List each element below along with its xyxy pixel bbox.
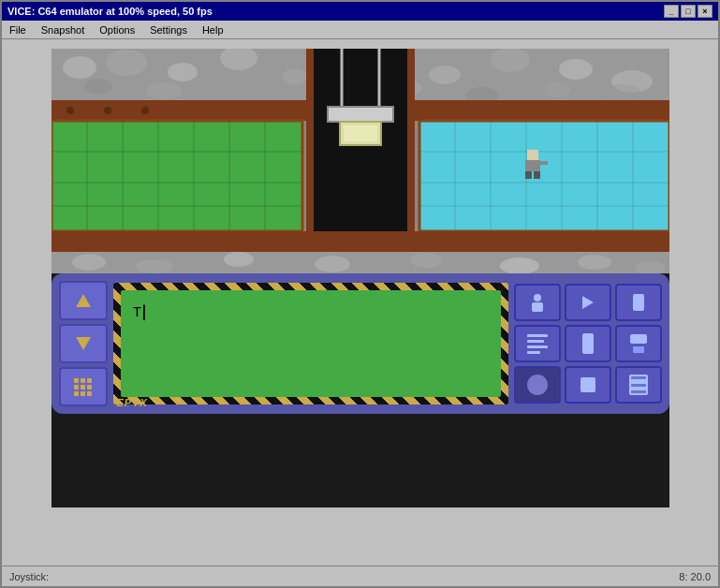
svg-rect-51	[527, 150, 538, 160]
menu-snapshot[interactable]: Snapshot	[37, 23, 88, 37]
svg-point-16	[544, 82, 570, 97]
ui-panel: T	[51, 273, 669, 414]
minimize-button[interactable]: _	[664, 5, 679, 18]
svg-point-60	[224, 252, 254, 267]
svg-point-63	[500, 257, 539, 273]
inventory-icon	[633, 294, 644, 311]
game-screen: T	[51, 49, 669, 507]
svg-point-7	[429, 66, 461, 84]
svg-point-17	[604, 84, 641, 103]
r-btn-square[interactable]	[565, 366, 611, 404]
svg-point-4	[220, 49, 257, 70]
svg-point-64	[578, 255, 611, 270]
svg-rect-49	[340, 122, 381, 145]
window-title: VICE: C64 emulator at 100% speed, 50 fps	[7, 6, 213, 17]
svg-point-11	[84, 79, 112, 94]
action-up-button[interactable]	[59, 281, 108, 320]
title-bar: VICE: C64 emulator at 100% speed, 50 fps…	[2, 2, 718, 21]
svg-point-65	[636, 261, 666, 273]
svg-point-8	[491, 49, 530, 72]
svg-rect-53	[525, 171, 532, 179]
svg-rect-56	[51, 231, 669, 252]
svg-point-1	[63, 56, 96, 79]
svg-point-14	[392, 81, 422, 96]
content-area: T	[2, 39, 718, 566]
r-btn-item2[interactable]	[565, 325, 611, 362]
svg-point-2	[106, 50, 147, 76]
svg-rect-67	[142, 304, 144, 320]
svg-rect-48	[328, 107, 393, 122]
svg-point-6	[352, 55, 388, 76]
svg-rect-0	[51, 49, 669, 103]
down-arrow-icon	[76, 337, 91, 350]
svg-rect-44	[306, 49, 415, 273]
r-btn-play[interactable]	[565, 284, 611, 321]
epyx-logo: EPYX	[117, 397, 148, 408]
menu-bar: File Snapshot Options Settings Help	[2, 21, 718, 39]
svg-point-10	[611, 70, 653, 93]
maximize-button[interactable]: □	[681, 5, 696, 18]
svg-rect-54	[534, 171, 540, 179]
svg-rect-18	[51, 100, 669, 121]
square-icon	[580, 377, 595, 392]
up-arrow-icon	[76, 294, 91, 307]
status-bar: Joystick: 8: 20.0	[2, 566, 718, 586]
play-icon	[582, 296, 594, 309]
item3-icon	[630, 334, 647, 353]
list-icon	[527, 334, 548, 354]
svg-rect-22	[51, 121, 302, 231]
r-btn-list[interactable]	[514, 325, 561, 362]
svg-text:T: T	[132, 303, 140, 319]
display-screen[interactable]: T	[121, 290, 501, 397]
svg-point-3	[168, 63, 198, 81]
svg-rect-55	[540, 161, 548, 165]
svg-rect-32	[51, 121, 302, 231]
speed-display: 8: 20.0	[679, 571, 711, 582]
left-button-group	[59, 281, 108, 406]
svg-point-19	[66, 107, 74, 114]
svg-rect-45	[314, 49, 407, 236]
menu-settings[interactable]: Settings	[146, 23, 191, 37]
svg-point-59	[136, 259, 173, 273]
svg-rect-33	[419, 121, 669, 231]
svg-point-13	[213, 75, 245, 94]
item2-icon	[582, 333, 594, 354]
svg-point-15	[465, 87, 499, 104]
svg-point-9	[559, 59, 593, 80]
joystick-label: Joystick:	[9, 571, 49, 582]
svg-point-61	[315, 256, 350, 272]
action-down-button[interactable]	[59, 324, 108, 363]
r-btn-item3[interactable]	[615, 325, 662, 362]
svg-point-12	[145, 82, 183, 99]
person-icon	[532, 294, 543, 312]
title-bar-buttons: _ □ ×	[664, 5, 713, 18]
close-button[interactable]: ×	[698, 5, 713, 18]
main-window: VICE: C64 emulator at 100% speed, 50 fps…	[0, 0, 720, 588]
action-grid-button[interactable]	[59, 367, 108, 406]
svg-point-58	[72, 254, 106, 271]
r-btn-circle[interactable]	[514, 366, 561, 404]
menu-options[interactable]: Options	[96, 23, 139, 37]
svg-rect-43	[419, 121, 669, 231]
svg-rect-50	[344, 125, 377, 141]
svg-point-62	[410, 253, 442, 268]
svg-rect-52	[525, 160, 540, 171]
game-scene-top	[51, 49, 669, 273]
circle-icon	[527, 375, 548, 395]
grid-icon	[74, 378, 92, 396]
menu-help[interactable]: Help	[198, 23, 228, 37]
svg-point-20	[104, 107, 111, 114]
menu-file[interactable]: File	[6, 23, 30, 37]
right-button-group	[514, 284, 662, 404]
r-btn-inventory[interactable]	[615, 284, 662, 321]
svg-rect-57	[51, 252, 669, 273]
center-display: T	[113, 283, 508, 404]
svg-point-5	[282, 68, 308, 85]
svg-point-21	[141, 107, 149, 114]
r-btn-person[interactable]	[514, 284, 561, 321]
r-btn-rect2[interactable]	[615, 366, 662, 404]
rect2-icon	[629, 375, 648, 395]
